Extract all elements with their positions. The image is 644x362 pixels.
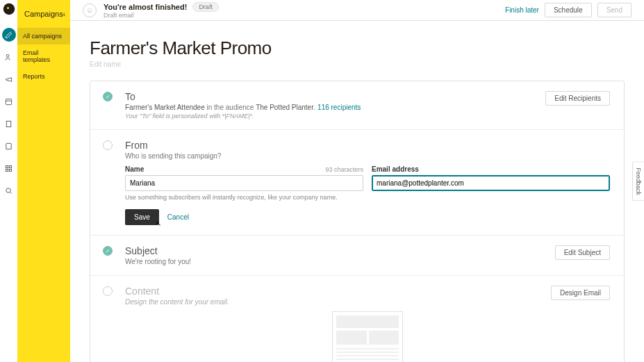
builder-card: To Farmer's Market Attendee in the audie… <box>90 81 625 362</box>
mailchimp-logo <box>3 3 15 15</box>
users-icon[interactable] <box>2 50 16 64</box>
svg-rect-7 <box>9 165 11 167</box>
svg-point-2 <box>6 54 9 57</box>
svg-point-1 <box>7 7 9 9</box>
search-icon[interactable] <box>2 183 16 197</box>
cursor-icon: ↖ <box>156 220 161 227</box>
email-label: Email address <box>372 165 610 173</box>
content-subtitle: Design the content for your email. <box>125 298 229 306</box>
svg-point-0 <box>3 3 15 15</box>
from-title: From <box>125 140 610 151</box>
avatar-icon: ☺ <box>83 3 97 17</box>
main-area: ☺ You're almost finished! Draft Draft em… <box>70 0 644 362</box>
content-area: Farmer's Market Promo Edit name To Farme… <box>70 21 644 362</box>
side-panel: Campaigns ‹ All campaigns Email template… <box>17 0 70 362</box>
side-panel-title: Campaigns <box>24 10 63 18</box>
status-badge: Draft <box>192 2 219 12</box>
cancel-link[interactable]: Cancel <box>167 213 189 221</box>
char-count: 93 characters <box>325 166 363 173</box>
send-button[interactable]: Send <box>597 3 631 17</box>
edit-name-link[interactable]: Edit name <box>90 60 625 68</box>
svg-rect-9 <box>9 169 11 171</box>
email-preview-thumb[interactable] <box>332 311 403 362</box>
icon-rail <box>0 0 17 362</box>
to-row: To Farmer's Market Attendee in the audie… <box>90 81 624 130</box>
svg-rect-5 <box>6 121 10 126</box>
sidebar-item-reports[interactable]: Reports <box>17 68 70 85</box>
svg-rect-6 <box>6 165 8 167</box>
circle-icon <box>103 140 113 150</box>
svg-point-10 <box>6 188 10 192</box>
to-title: To <box>125 91 361 102</box>
grid-icon[interactable] <box>2 161 16 175</box>
subject-subtitle: We're rooting for you! <box>125 258 191 265</box>
email-input[interactable] <box>372 175 610 191</box>
name-input[interactable] <box>125 175 363 191</box>
circle-icon <box>103 286 113 296</box>
megaphone-icon[interactable] <box>2 72 16 86</box>
from-row: From Who is sending this campaign? Name … <box>90 130 624 236</box>
to-subtitle: Farmer's Market Attendee in the audience… <box>125 104 361 111</box>
topbar: ☺ You're almost finished! Draft Draft em… <box>70 0 644 21</box>
svg-rect-8 <box>6 169 8 171</box>
svg-line-11 <box>10 192 11 193</box>
edit-recipients-button[interactable]: Edit Recipients <box>545 91 610 106</box>
edit-subject-button[interactable]: Edit Subject <box>555 245 610 260</box>
check-icon <box>103 92 113 101</box>
schedule-button[interactable]: Schedule <box>545 3 592 17</box>
name-label: Name <box>125 165 144 173</box>
sidebar-item-email-templates[interactable]: Email templates <box>17 44 70 68</box>
pencil-icon[interactable] <box>2 28 16 42</box>
topbar-title: You're almost finished! <box>104 3 187 11</box>
file-icon[interactable] <box>2 117 16 131</box>
save-button[interactable]: Save↖ <box>125 209 159 225</box>
svg-rect-3 <box>6 99 11 104</box>
design-email-button[interactable]: Design Email <box>551 286 610 300</box>
content-row: Content Design the content for your emai… <box>90 276 624 362</box>
recipients-link[interactable]: 116 recipients <box>317 104 361 111</box>
layout-icon[interactable] <box>2 94 16 108</box>
from-subtitle: Who is sending this campaign? <box>125 152 610 160</box>
subject-row: Subject We're rooting for you! Edit Subj… <box>90 236 624 276</box>
name-hint: Use something subscribers will instantly… <box>125 194 363 201</box>
topbar-subtitle: Draft email <box>104 12 219 19</box>
content-title: Content <box>125 286 229 297</box>
campaign-title: Farmer's Market Promo <box>90 38 625 59</box>
subject-title: Subject <box>125 245 191 256</box>
check-icon <box>103 246 113 256</box>
to-hint: Your "To" field is personalized with *|F… <box>125 113 361 120</box>
feedback-tab[interactable]: Feedback <box>632 161 644 201</box>
finish-later-link[interactable]: Finish later <box>505 6 539 14</box>
sidebar-item-all-campaigns[interactable]: All campaigns <box>17 28 70 44</box>
store-icon[interactable] <box>2 139 16 153</box>
collapse-icon[interactable]: ‹ <box>63 10 65 18</box>
